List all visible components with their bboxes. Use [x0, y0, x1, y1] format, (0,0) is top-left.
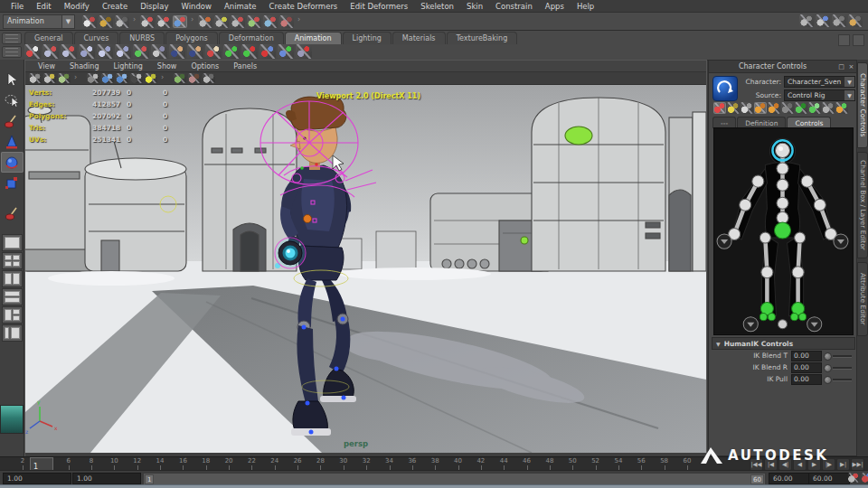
character-dropdown[interactable]: Character_Sven ▼	[784, 76, 855, 88]
playback-range-bar[interactable]: 1 60	[143, 473, 766, 485]
head-joint-selected[interactable]	[772, 140, 792, 160]
menu-item[interactable]: Create	[96, 2, 134, 11]
status-line-icon[interactable]	[198, 15, 212, 28]
viewport-bar-icon[interactable]	[159, 73, 172, 83]
menu-item[interactable]: Apps	[539, 2, 571, 11]
field-value-input[interactable]: 0.00	[791, 351, 822, 361]
shelf-icon[interactable]	[205, 44, 222, 59]
status-line-icon[interactable]	[832, 14, 846, 27]
layout-two-pane-stacked-button[interactable]	[2, 288, 23, 305]
viewport-scene[interactable]: y x z persp Verts: 207739 0 0	[25, 85, 706, 453]
layout-three-pane-button[interactable]	[2, 306, 23, 324]
range-option-icon[interactable]	[862, 473, 868, 483]
status-line-icon[interactable]	[848, 14, 863, 27]
viewport-bar-icon[interactable]	[145, 73, 157, 83]
shelf-icon[interactable]	[241, 44, 258, 59]
playback-end-field[interactable]: 60.00	[769, 473, 810, 484]
viewport-bar-icon[interactable]	[72, 73, 85, 83]
status-line-icon[interactable]	[214, 15, 229, 28]
shelf-icon[interactable]	[42, 44, 59, 59]
character-tool-icon[interactable]	[795, 102, 807, 114]
viewport-bar-icon[interactable]	[130, 73, 143, 83]
source-dropdown[interactable]: Control Rig ▼	[784, 89, 855, 101]
float-panel-icon[interactable]: □	[836, 63, 846, 70]
slider-groove[interactable]	[833, 379, 852, 381]
shelf-tab[interactable]: TextureBaking	[447, 32, 518, 44]
menu-item[interactable]: Window	[175, 2, 218, 11]
range-end-handle[interactable]: 60	[750, 474, 764, 484]
menu-item[interactable]: File	[5, 2, 30, 11]
shelf-icon[interactable]	[296, 44, 312, 59]
lasso-tool-button[interactable]	[1, 89, 24, 110]
paint-selection-tool-button[interactable]	[1, 110, 24, 131]
dock-tab-character-controls[interactable]: Character Controls	[857, 62, 868, 148]
viewport-bar-icon[interactable]	[43, 73, 56, 83]
character-tool-icon[interactable]	[741, 102, 753, 114]
status-line-icon[interactable]	[140, 15, 155, 28]
character-tool-icon[interactable]	[754, 102, 767, 114]
menu-item[interactable]: Modify	[58, 2, 96, 11]
status-line-icon[interactable]	[799, 14, 814, 27]
playback-button[interactable]: ▶|	[836, 458, 850, 471]
viewport-menu-item[interactable]: Options	[184, 62, 226, 70]
status-line-icon[interactable]	[263, 15, 278, 28]
shelf-icon[interactable]	[278, 44, 294, 59]
shelf-icon[interactable]	[115, 44, 131, 59]
shelf-selector[interactable]	[2, 33, 22, 58]
shelf-icon[interactable]	[259, 44, 276, 59]
shelf-icon[interactable]	[61, 44, 77, 59]
shelf-tab[interactable]: Polygons	[165, 32, 218, 44]
menu-set-dropdown[interactable]: Animation ▼	[3, 14, 75, 29]
shelf-tab[interactable]: Materials	[392, 32, 446, 44]
character-tool-icon[interactable]	[768, 102, 780, 114]
status-line-icon[interactable]	[231, 15, 245, 28]
shelf-tab[interactable]: NURBS	[119, 32, 165, 44]
viewport-menu-item[interactable]: Panels	[226, 62, 264, 70]
shelf-tab[interactable]: Lighting	[343, 32, 392, 44]
shelf-tab-menu-icon[interactable]	[2, 33, 22, 44]
viewport-bar-icon[interactable]	[29, 73, 42, 83]
status-line-icon[interactable]	[279, 15, 294, 28]
playback-start-field[interactable]: 1.00	[72, 473, 141, 484]
shelf-icon[interactable]	[169, 44, 185, 59]
viewport-menu-item[interactable]: Lighting	[106, 62, 149, 70]
character-tool-icon[interactable]	[781, 102, 794, 114]
status-line-icon[interactable]	[131, 15, 138, 28]
menu-item[interactable]: Skeleton	[414, 2, 460, 11]
shelf-tab[interactable]: Curves	[74, 32, 119, 44]
menu-item[interactable]: Skin	[460, 2, 489, 11]
viewport-bar-icon[interactable]	[101, 73, 114, 83]
shelf-tab[interactable]: Deformation	[219, 32, 284, 44]
shelf-icon[interactable]	[133, 44, 149, 59]
layout-four-pane-button[interactable]	[2, 252, 23, 269]
viewport-menu-item[interactable]: View	[31, 62, 62, 70]
viewport-bar-icon[interactable]	[188, 73, 201, 83]
last-tool-used-button[interactable]	[1, 202, 24, 223]
field-value-input[interactable]: 0.00	[791, 374, 822, 385]
slider-knob[interactable]	[824, 352, 832, 361]
shelf-icon[interactable]	[151, 44, 167, 59]
character-tool-icon[interactable]	[808, 102, 821, 114]
layout-single-pane-button[interactable]	[2, 234, 23, 251]
layout-two-pane-side-button[interactable]	[2, 270, 23, 287]
shelf-option-icon[interactable]	[838, 34, 850, 46]
close-panel-icon[interactable]: ×	[846, 63, 856, 70]
status-line-icon[interactable]	[156, 15, 171, 28]
menu-item[interactable]: Display	[134, 2, 175, 11]
viewport-menu-item[interactable]: Shading	[62, 62, 107, 70]
range-start-handle[interactable]: 1	[145, 474, 154, 484]
status-line-icon[interactable]	[173, 15, 187, 28]
character-tool-icon[interactable]	[727, 102, 740, 114]
menu-item[interactable]: Help	[571, 2, 600, 11]
menu-item[interactable]: Constrain	[489, 2, 539, 11]
shelf-icon[interactable]	[223, 44, 240, 59]
viewport-bar-icon[interactable]	[87, 73, 99, 83]
status-line-icon[interactable]	[247, 15, 261, 28]
select-tool-button[interactable]	[1, 69, 24, 89]
status-line-icon[interactable]	[189, 15, 196, 28]
slider-groove[interactable]	[833, 367, 852, 370]
menu-item[interactable]: Edit Deformers	[344, 2, 414, 11]
viewport-bar-icon[interactable]	[116, 73, 128, 83]
viewport-bar-icon[interactable]	[174, 73, 186, 83]
reference-node[interactable]	[778, 320, 787, 329]
